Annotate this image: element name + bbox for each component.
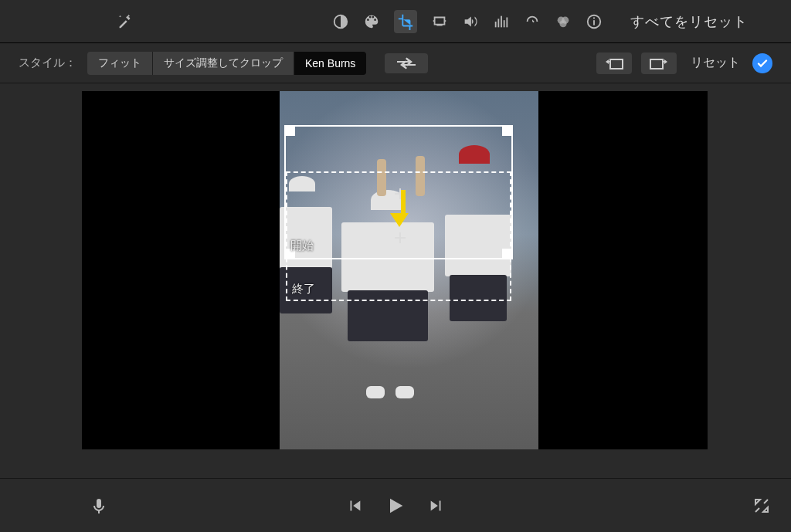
- svg-rect-1: [433, 20, 435, 22]
- svg-rect-8: [506, 17, 508, 27]
- crop-to-fill-button[interactable]: サイズ調整してクロップ: [153, 52, 294, 75]
- crop-controls: スタイル： フィット サイズ調整してクロップ Ken Burns リセット: [0, 43, 791, 83]
- reset-all-button[interactable]: すべてをリセット: [630, 12, 779, 31]
- svg-point-11: [559, 20, 566, 27]
- video-viewer[interactable]: 開始 終了: [82, 91, 708, 449]
- svg-rect-15: [610, 59, 623, 69]
- svg-rect-2: [444, 20, 446, 22]
- equalizer-icon[interactable]: [493, 13, 510, 30]
- playback-bar: [0, 478, 791, 532]
- svg-rect-5: [497, 19, 499, 27]
- apply-check-button[interactable]: [752, 53, 772, 73]
- svg-rect-4: [495, 22, 497, 27]
- svg-rect-14: [593, 17, 595, 19]
- rotate-ccw-button[interactable]: [596, 53, 632, 74]
- crop-style-segmented: フィット サイズ調整してクロップ Ken Burns: [87, 52, 366, 75]
- magic-wand-icon[interactable]: [116, 13, 133, 30]
- crosshair-icon: [395, 232, 406, 243]
- play-controls: [346, 495, 445, 517]
- ken-burns-button[interactable]: Ken Burns: [294, 52, 366, 75]
- svg-rect-16: [650, 59, 663, 69]
- kenburns-end-label: 終了: [292, 282, 315, 296]
- prev-frame-icon[interactable]: [346, 497, 363, 514]
- color-balance-icon[interactable]: [332, 13, 349, 30]
- volume-icon[interactable]: [462, 13, 479, 30]
- palette-icon[interactable]: [363, 13, 380, 30]
- speed-icon[interactable]: [524, 13, 541, 30]
- swap-start-end-button[interactable]: [385, 53, 428, 73]
- svg-rect-6: [501, 15, 502, 27]
- voiceover-mic-icon[interactable]: [90, 496, 108, 515]
- style-label: スタイル：: [19, 56, 76, 70]
- kenburns-direction-arrow: [397, 190, 409, 227]
- rotate-cw-button[interactable]: [641, 53, 677, 74]
- svg-rect-13: [593, 20, 595, 25]
- stabilize-icon[interactable]: [431, 13, 448, 30]
- play-icon[interactable]: [385, 495, 406, 517]
- svg-rect-7: [504, 20, 505, 27]
- svg-rect-3: [436, 24, 442, 25]
- color-filter-icon[interactable]: [555, 13, 572, 30]
- crop-icon[interactable]: [394, 10, 417, 33]
- info-icon[interactable]: [586, 13, 603, 30]
- reset-label[interactable]: リセット: [691, 55, 740, 71]
- adjust-toolbar: すべてをリセット: [0, 0, 791, 43]
- next-frame-icon[interactable]: [428, 497, 445, 514]
- viewer-area: 開始 終了: [0, 83, 791, 478]
- fit-button[interactable]: フィット: [87, 52, 153, 75]
- fullscreen-icon[interactable]: [752, 496, 771, 515]
